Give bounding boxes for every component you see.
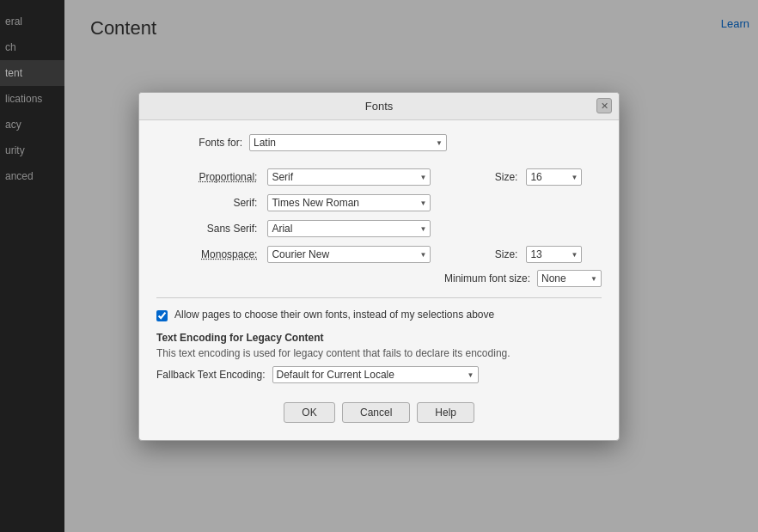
button-row: OK Cancel Help (156, 395, 602, 426)
sans-serif-label: Sans Serif: (156, 218, 264, 239)
fallback-select-wrapper: Default for Current Locale Unicode (UTF-… (272, 366, 479, 383)
serif-select-cell: Times New Roman Georgia Palatino (264, 193, 480, 213)
fonts-for-row: Fonts for: Latin (156, 134, 602, 151)
sans-serif-row: Sans Serif: Arial Helvetica Verdana (156, 218, 602, 239)
fallback-encoding-row: Fallback Text Encoding: Default for Curr… (156, 366, 602, 383)
min-font-select[interactable]: None 9 10 11 12 14 (537, 270, 602, 287)
min-font-row: Minimum font size: None 9 10 11 12 14 (156, 270, 602, 287)
monospace-size-select-wrapper: 13 12 14 16 (526, 246, 582, 263)
serif-select[interactable]: Times New Roman Georgia Palatino (267, 194, 431, 211)
encoding-desc: This text encoding is used for legacy co… (156, 347, 602, 359)
dialog-close-button[interactable]: ✕ (596, 98, 612, 113)
serif-row: Serif: Times New Roman Georgia Palatino (156, 193, 602, 213)
allow-pages-row: Allow pages to choose their own fonts, i… (156, 309, 602, 321)
fonts-dialog: Fonts ✕ Fonts for: Latin Proportional: (138, 92, 620, 441)
monospace-size-select[interactable]: 13 12 14 16 (526, 246, 582, 263)
proportional-label: Proportional: (156, 167, 264, 187)
modal-overlay: Fonts ✕ Fonts for: Latin Proportional: (0, 0, 758, 532)
fallback-select[interactable]: Default for Current Locale Unicode (UTF-… (272, 366, 479, 383)
serif-label: Serif: (156, 193, 264, 213)
sans-serif-select-wrapper: Arial Helvetica Verdana (267, 220, 431, 237)
help-button[interactable]: Help (417, 402, 474, 423)
allow-pages-label: Allow pages to choose their own fonts, i… (174, 309, 494, 321)
proportional-size-label: Size: (480, 167, 523, 187)
monospace-select-cell: Courier New Courier Lucida Console (264, 244, 480, 265)
proportional-select-cell: Serif Sans-Serif Cursive Fantasy (264, 167, 480, 187)
fonts-for-select-wrapper: Latin (249, 134, 447, 151)
fonts-for-label: Fonts for: (156, 137, 242, 149)
dialog-title: Fonts (365, 100, 394, 113)
sans-serif-select-cell: Arial Helvetica Verdana (264, 218, 480, 239)
proportional-size-select[interactable]: 16 14 18 20 (526, 168, 582, 186)
fallback-label: Fallback Text Encoding: (156, 369, 266, 381)
cancel-button[interactable]: Cancel (342, 402, 410, 423)
dialog-body: Fonts for: Latin Proportional: (139, 120, 619, 440)
divider (156, 297, 602, 298)
monospace-label: Monospace: (156, 244, 264, 265)
sans-serif-select[interactable]: Arial Helvetica Verdana (267, 220, 431, 237)
monospace-select-wrapper: Courier New Courier Lucida Console (267, 246, 431, 263)
monospace-row: Monospace: Courier New Courier Lucida Co… (156, 244, 602, 265)
fonts-for-select[interactable]: Latin (249, 134, 447, 151)
monospace-select[interactable]: Courier New Courier Lucida Console (267, 246, 431, 263)
min-font-label: Minimum font size: (444, 272, 530, 284)
min-font-select-wrapper: None 9 10 11 12 14 (537, 270, 602, 287)
proportional-size-select-wrapper: 16 14 18 20 (526, 168, 582, 186)
encoding-section: Text Encoding for Legacy Content This te… (156, 332, 602, 383)
encoding-title: Text Encoding for Legacy Content (156, 332, 602, 344)
dialog-title-bar: Fonts ✕ (139, 93, 619, 120)
proportional-select-wrapper: Serif Sans-Serif Cursive Fantasy (267, 168, 431, 186)
proportional-row: Proportional: Serif Sans-Serif Cursive F… (156, 167, 602, 187)
monospace-size-label: Size: (480, 244, 523, 265)
font-settings-grid: Proportional: Serif Sans-Serif Cursive F… (156, 162, 602, 270)
proportional-select[interactable]: Serif Sans-Serif Cursive Fantasy (267, 168, 431, 186)
proportional-size-cell: 16 14 18 20 (523, 167, 602, 187)
allow-pages-checkbox[interactable] (156, 310, 168, 321)
serif-select-wrapper: Times New Roman Georgia Palatino (267, 194, 431, 211)
monospace-size-cell: 13 12 14 16 (523, 244, 602, 265)
ok-button[interactable]: OK (284, 402, 335, 423)
